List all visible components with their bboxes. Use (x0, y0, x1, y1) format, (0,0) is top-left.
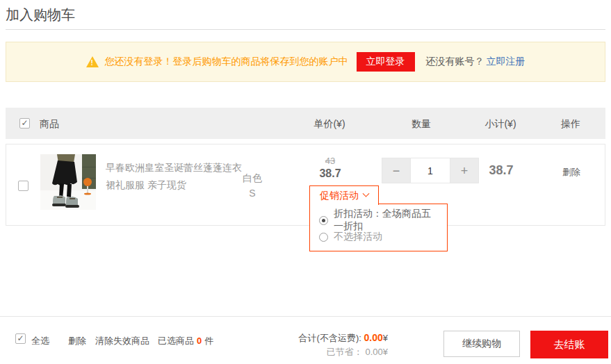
promotion-option-label: 不选择活动 (334, 231, 382, 243)
column-header-action: 操作 (561, 118, 580, 131)
select-all-label[interactable]: 全选 (31, 335, 49, 347)
cart-page: 加入购物车 ! 您还没有登录！登录后购物车的商品将保存到您的账户中 立即登录 还… (0, 0, 611, 364)
price-block: 43 38.7 (319, 156, 341, 180)
cart-item-row: 早春欧洲皇室圣诞蕾丝蓬蓬连衣裙礼服服 亲子现货 白色 S 43 38.7 − +… (6, 144, 605, 226)
promotion-dropdown-panel: 折扣活动：全场商品五一折扣 不选择活动 (309, 204, 448, 251)
saved-value: 0.00¥ (365, 347, 388, 357)
cart-table-header: ✓ 商品 单价(¥) 数量 小计(¥) 操作 (6, 108, 605, 139)
item-delete-link[interactable]: 删除 (562, 166, 580, 179)
totals-block: 合计(不含运费): 0.00¥ 已节省： 0.00¥ (250, 331, 388, 359)
promotion-option-label: 折扣活动：全场商品五一折扣 (334, 208, 438, 233)
current-price: 38.7 (319, 167, 341, 180)
promotion-dropdown-toggle[interactable]: 促销活动 (309, 185, 379, 205)
original-price: 43 (319, 156, 341, 167)
product-color: 白色 (230, 170, 275, 185)
warning-icon: ! (86, 56, 99, 67)
selected-count-value: 0 (197, 336, 202, 346)
promotion-label: 促销活动 (320, 190, 359, 202)
footer-delete-link[interactable]: 删除 (68, 335, 86, 347)
column-header-quantity: 数量 (412, 118, 431, 131)
item-checkbox[interactable] (18, 181, 28, 191)
quantity-input[interactable] (410, 158, 450, 183)
login-warning-banner: ! 您还没有登录！登录后购物车的商品将保存到您的账户中 立即登录 还没有账号？ … (6, 42, 605, 82)
no-account-text: 还没有账号？ (426, 56, 484, 68)
page-title: 加入购物车 (6, 6, 75, 24)
quantity-stepper: − + (382, 158, 479, 183)
column-header-subtotal: 小计(¥) (484, 118, 516, 131)
checkout-button[interactable]: 去结账 (530, 331, 608, 358)
login-now-button[interactable]: 立即登录 (357, 52, 415, 72)
selected-count-text: 已选商品0件 (158, 335, 213, 347)
product-image[interactable] (40, 154, 96, 210)
total-value: 0.00 (364, 332, 383, 343)
register-now-link[interactable]: 立即注册 (487, 56, 526, 68)
promotion-option-discount[interactable]: 折扣活动：全场商品五一折扣 (319, 212, 438, 229)
total-label: 合计(不含运费): (299, 333, 361, 343)
product-title[interactable]: 早春欧洲皇室圣诞蕾丝蓬蓬连衣裙礼服服 亲子现货 (106, 159, 243, 194)
title-divider (6, 29, 605, 30)
product-size: S (230, 185, 275, 201)
saved-label: 已节省： (327, 347, 363, 357)
clear-invalid-link[interactable]: 清除失效商品 (95, 335, 149, 347)
quantity-increase-button[interactable]: + (450, 158, 478, 183)
product-variant: 白色 S (230, 170, 275, 201)
select-all-header-checkbox[interactable]: ✓ (19, 118, 30, 129)
continue-shopping-button[interactable]: 继续购物 (443, 331, 520, 357)
radio-selected-icon[interactable] (319, 216, 328, 225)
item-subtotal: 38.7 (489, 163, 513, 178)
select-all-footer-checkbox[interactable]: ✓ (15, 333, 26, 344)
quantity-decrease-button[interactable]: − (382, 158, 410, 183)
login-warning-text: 您还没有登录！登录后购物车的商品将保存到您的账户中 (105, 56, 348, 68)
saved-line: 已节省： 0.00¥ (250, 345, 388, 359)
total-line: 合计(不含运费): 0.00¥ (250, 331, 388, 345)
column-header-product: 商品 (40, 118, 59, 131)
chevron-down-icon (363, 190, 370, 197)
column-header-unit-price: 单价(¥) (313, 118, 345, 131)
cart-footer-bar: ✓ 全选 删除 清除失效商品 已选商品0件 合计(不含运费): 0.00¥ 已节… (0, 316, 611, 364)
total-currency: ¥ (383, 333, 388, 343)
radio-unselected-icon[interactable] (319, 233, 328, 242)
